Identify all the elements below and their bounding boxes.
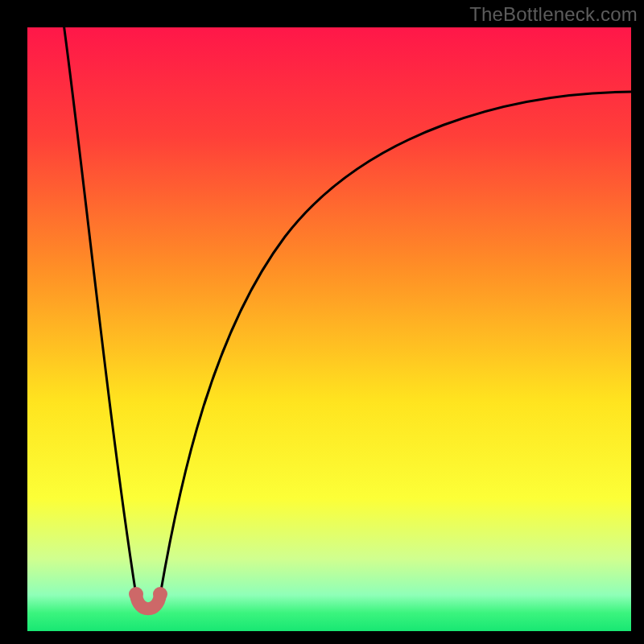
svg-point-1 [153,587,167,601]
chart-frame: TheBottleneck.com [0,0,644,644]
plot-area [27,27,631,631]
chart-svg [27,27,631,631]
svg-point-0 [129,587,143,601]
watermark-text: TheBottleneck.com [469,3,638,26]
gradient-background [27,27,631,631]
